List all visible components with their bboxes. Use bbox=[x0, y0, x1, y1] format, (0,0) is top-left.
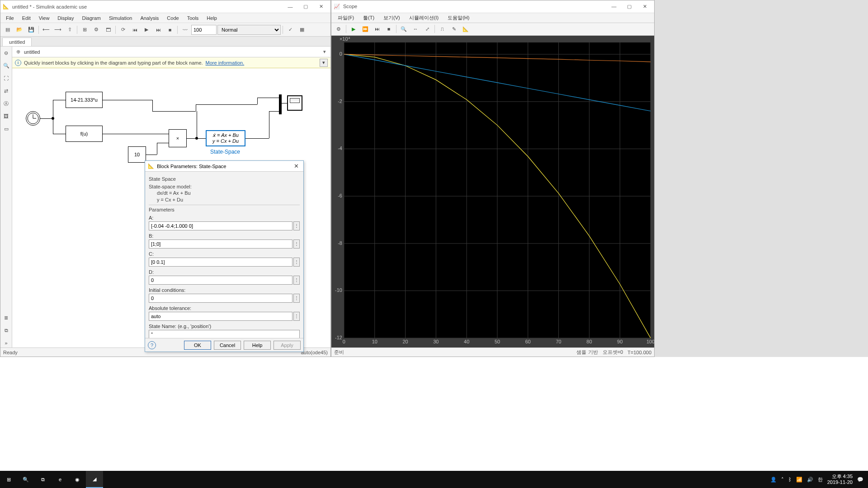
config-button[interactable]: ⚙ bbox=[91, 24, 102, 35]
annotation-icon[interactable]: Ⓐ bbox=[2, 99, 11, 108]
ok-button[interactable]: OK bbox=[184, 341, 211, 350]
scope-zoomx-button[interactable]: ↔ bbox=[410, 23, 421, 34]
dialog-close-button[interactable]: ✕ bbox=[292, 163, 301, 169]
minimize-button[interactable]: — bbox=[283, 2, 298, 12]
scope-trigger-button[interactable]: ⎍ bbox=[437, 23, 448, 34]
input-a[interactable] bbox=[149, 221, 292, 230]
fcn-block-2[interactable]: f(u) bbox=[66, 126, 103, 142]
clock-block[interactable] bbox=[26, 111, 40, 126]
scope-menu-tools[interactable]: 툴(T) bbox=[359, 14, 378, 22]
scope-menu-file[interactable]: 파일(F) bbox=[334, 14, 358, 22]
state-space-block[interactable]: ẋ = Ax + Bu y = Cx + Du bbox=[206, 130, 245, 146]
step-back-button[interactable]: ⏮ bbox=[129, 24, 140, 35]
menu-view[interactable]: View bbox=[35, 14, 53, 22]
picker-a[interactable]: ⋮ bbox=[293, 221, 300, 230]
expand-icon[interactable]: » bbox=[2, 338, 11, 347]
menu-display[interactable]: Display bbox=[54, 14, 77, 22]
maximize-button[interactable]: ▢ bbox=[298, 2, 313, 12]
picker-ic[interactable]: ⋮ bbox=[293, 294, 300, 303]
scope-cursor-button[interactable]: ✎ bbox=[448, 23, 459, 34]
input-at[interactable] bbox=[149, 312, 292, 321]
menu-file[interactable]: File bbox=[2, 14, 18, 22]
picker-c[interactable]: ⋮ bbox=[293, 258, 300, 267]
run-button[interactable]: ▶ bbox=[141, 24, 152, 35]
help-button[interactable]: Help bbox=[244, 341, 271, 350]
explorer-button[interactable]: 🗔 bbox=[103, 24, 113, 35]
breadcrumb[interactable]: untitled bbox=[22, 49, 321, 55]
tray-bluetooth-icon[interactable]: ᛒ bbox=[788, 477, 792, 482]
breadcrumb-dropdown-icon[interactable]: ▾ bbox=[321, 49, 329, 55]
scope-menu-help[interactable]: 도움말(H) bbox=[444, 14, 473, 22]
save-button[interactable]: 💾 bbox=[26, 24, 37, 35]
sim-mode-select[interactable]: Normal bbox=[217, 25, 281, 35]
record-button[interactable]: ▦ bbox=[297, 24, 307, 35]
zoom-icon[interactable]: 🔍 bbox=[2, 61, 11, 70]
library-browser-button[interactable]: ⊞ bbox=[79, 24, 90, 35]
up-button[interactable]: ⇧ bbox=[64, 24, 75, 35]
close-button[interactable]: ✕ bbox=[313, 2, 329, 12]
scope-titlebar[interactable]: 📈 Scope — ▢ ✕ bbox=[331, 0, 654, 13]
tray-network-icon[interactable]: 📶 bbox=[796, 477, 802, 483]
constant-block[interactable]: 10 bbox=[128, 146, 146, 163]
property-icon[interactable]: ⧉ bbox=[2, 326, 11, 335]
hint-dropdown-icon[interactable]: ▾ bbox=[320, 59, 328, 67]
menu-edit[interactable]: Edit bbox=[19, 14, 34, 22]
product-block[interactable]: × bbox=[169, 129, 187, 147]
scope-measure-button[interactable]: 📐 bbox=[460, 23, 471, 34]
stop-button[interactable]: ■ bbox=[165, 24, 175, 35]
back-button[interactable]: ⟵ bbox=[41, 24, 52, 35]
taskview-button[interactable]: ⧉ bbox=[34, 471, 52, 488]
menu-diagram[interactable]: Diagram bbox=[78, 14, 104, 22]
minimize-button[interactable]: — bbox=[606, 1, 622, 11]
tab-untitled[interactable]: untitled bbox=[2, 38, 32, 46]
block-parameters-dialog[interactable]: 📐 Block Parameters: State-Space ✕ State … bbox=[145, 160, 304, 352]
scope-run-button[interactable]: ▶ bbox=[348, 23, 359, 34]
input-d[interactable] bbox=[149, 276, 292, 285]
sample-icon[interactable]: ⇄ bbox=[2, 86, 11, 95]
tray-lang-icon[interactable]: 한 bbox=[818, 476, 823, 483]
taskbar-clock[interactable]: 오후 4:35 2019-11-20 bbox=[827, 474, 853, 485]
menu-help[interactable]: Help bbox=[203, 14, 221, 22]
scope-autoscale-button[interactable]: ⤢ bbox=[422, 23, 433, 34]
menu-code[interactable]: Code bbox=[163, 14, 182, 22]
signal-button[interactable]: 〰 bbox=[179, 24, 190, 35]
hide-browser-icon[interactable]: ⊖ bbox=[2, 48, 11, 57]
input-sn[interactable] bbox=[149, 330, 300, 338]
menu-tools[interactable]: Tools bbox=[184, 14, 203, 22]
tray-notifications-icon[interactable]: 💬 bbox=[857, 477, 863, 483]
new-model-button[interactable]: ▤ bbox=[2, 24, 13, 35]
fcn-block-1[interactable]: 14-21.333*u bbox=[66, 92, 103, 108]
menu-simulation[interactable]: Simulation bbox=[105, 14, 136, 22]
fastrestart-button[interactable]: ✓ bbox=[285, 24, 296, 35]
tray-volume-icon[interactable]: 🔊 bbox=[807, 477, 813, 483]
scope-stop-button[interactable]: ■ bbox=[383, 23, 394, 34]
cancel-button[interactable]: Cancel bbox=[214, 341, 241, 350]
area-icon[interactable]: ▭ bbox=[2, 124, 11, 133]
picker-b[interactable]: ⋮ bbox=[293, 239, 300, 249]
scope-plot-area[interactable]: ×10⁴ 0-2-4-6-8-10-12 0102030405060708090… bbox=[331, 36, 654, 347]
picker-at[interactable]: ⋮ bbox=[293, 312, 300, 321]
scope-step-button[interactable]: ⏭ bbox=[372, 23, 382, 34]
scope-continue-button[interactable]: ⏩ bbox=[360, 23, 371, 34]
start-button[interactable]: ⊞ bbox=[0, 471, 17, 488]
stop-time-input[interactable] bbox=[191, 25, 217, 35]
input-b[interactable] bbox=[149, 239, 292, 249]
step-forward-button[interactable]: ⏭ bbox=[153, 24, 164, 35]
search-button[interactable]: 🔍 bbox=[17, 471, 34, 488]
scope-block[interactable] bbox=[287, 95, 302, 111]
menu-analysis[interactable]: Analysis bbox=[137, 14, 162, 22]
input-c[interactable] bbox=[149, 258, 292, 267]
hint-link[interactable]: More information. bbox=[206, 60, 245, 66]
windows-taskbar[interactable]: ⊞ 🔍 ⧉ e ◉ ◢ 👤 ˄ ᛒ 📶 🔊 한 오후 4:35 2019-11-… bbox=[0, 471, 868, 488]
forward-button[interactable]: ⟶ bbox=[52, 24, 63, 35]
system-tray[interactable]: 👤 ˄ ᛒ 📶 🔊 한 오후 4:35 2019-11-20 💬 bbox=[766, 474, 868, 485]
simulink-titlebar[interactable]: 📐 untitled * - Simulink academic use — ▢… bbox=[0, 0, 330, 13]
mux-block[interactable] bbox=[279, 94, 282, 114]
scope-menu-simulation[interactable]: 시뮬레이션(I) bbox=[406, 14, 442, 22]
scope-menu-view[interactable]: 보기(V) bbox=[380, 14, 404, 22]
chrome-icon[interactable]: ◉ bbox=[69, 471, 86, 488]
model-browser-icon[interactable]: ≣ bbox=[2, 313, 11, 322]
fit-icon[interactable]: ⛶ bbox=[2, 74, 11, 83]
image-icon[interactable]: 🖼 bbox=[2, 112, 11, 121]
tray-people-icon[interactable]: 👤 bbox=[770, 477, 777, 483]
